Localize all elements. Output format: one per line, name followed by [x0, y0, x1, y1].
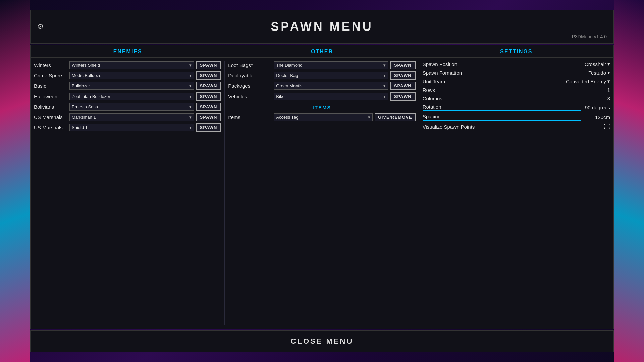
other-packages-label: Packages — [228, 83, 272, 89]
settings-header: SETTINGS — [419, 49, 613, 55]
table-row: US Marshals Marksman 1 ▾ SPAWN — [34, 113, 221, 121]
winters-variant-dropdown[interactable]: Winters Shield ▾ — [69, 61, 194, 69]
visualize-spawn-toggle[interactable]: ⛶ — [604, 123, 610, 130]
enemy-name-winters: Winters — [34, 62, 67, 68]
spawn-formation-arrow: ▾ — [607, 70, 610, 76]
deployable-dropdown[interactable]: Doctor Bag ▾ — [274, 72, 388, 79]
table-row: Halloween Zeal Titan Bulldozer ▾ SPAWN — [34, 92, 221, 101]
enemies-header: ENEMIES — [31, 49, 225, 55]
spawn-position-dropdown[interactable]: Crosshair ▾ — [585, 61, 610, 67]
spawn-formation-value: Testudo — [588, 70, 606, 76]
columns-value: 3 — [583, 96, 610, 101]
columns-label: Columns — [423, 96, 581, 101]
enemy-name-halloween: Halloween — [34, 94, 67, 99]
rotation-value: 90 degrees — [583, 105, 610, 110]
basic-variant-dropdown[interactable]: Bulldozer ▾ — [69, 82, 194, 90]
vehicles-spawn-button[interactable]: SPAWN — [390, 92, 416, 101]
packages-dropdown[interactable]: Green Mantis ▾ — [274, 82, 388, 90]
settings-rotation: Rotation 90 degrees — [423, 104, 610, 111]
table-row: US Marshals Shield 1 ▾ SPAWN — [34, 123, 221, 132]
basic-spawn-button[interactable]: SPAWN — [196, 82, 221, 90]
vehicles-dropdown[interactable]: Bike ▾ — [274, 93, 388, 100]
enemy-name-basic: Basic — [34, 83, 67, 89]
halloween-spawn-button[interactable]: SPAWN — [196, 92, 221, 101]
visualize-spawn-label: Visualize Spawn Points — [423, 124, 602, 130]
bolivians-spawn-button[interactable]: SPAWN — [196, 103, 221, 111]
bg-stripe-left — [0, 0, 30, 362]
deployable-spawn-button[interactable]: SPAWN — [390, 71, 416, 80]
page-title: SPAWN MENU — [271, 20, 373, 34]
items-section-header: ITEMS — [228, 105, 415, 110]
other-vehicles-label: Vehicles — [228, 94, 272, 99]
table-row: Packages Green Mantis ▾ SPAWN — [228, 82, 415, 90]
column-headers: ENEMIES OTHER SETTINGS — [31, 45, 613, 58]
settings-spacing: Spacing 120cm — [423, 114, 610, 121]
table-row: Vehicles Bike ▾ SPAWN — [228, 92, 415, 101]
enemy-name-us-marshals-1: US Marshals — [34, 114, 67, 120]
give-remove-button[interactable]: GIVE/REMOVE — [375, 113, 416, 121]
settings-visualize-spawn: Visualize Spawn Points ⛶ — [423, 123, 610, 130]
header: ⚙ SPAWN MENU P3DMenu v1.4.0 — [30, 10, 614, 44]
table-row: Deployable Doctor Bag ▾ SPAWN — [228, 71, 415, 80]
spawn-position-arrow: ▾ — [607, 61, 610, 67]
table-row: Items Access Tag ▾ GIVE/REMOVE — [228, 113, 415, 121]
us-marshals-2-spawn-button[interactable]: SPAWN — [196, 123, 221, 132]
settings-spawn-formation: Spawn Formation Testudo ▾ — [423, 70, 610, 76]
crime-spree-variant-dropdown[interactable]: Medic Bulldozer ▾ — [69, 72, 194, 79]
other-header: OTHER — [225, 49, 419, 55]
other-loot-bags-label: Loot Bags* — [228, 62, 272, 68]
bolivians-variant-dropdown[interactable]: Ernesto Sosa ▾ — [69, 103, 194, 111]
winters-spawn-button[interactable]: SPAWN — [196, 61, 221, 69]
rows-label: Rows — [423, 87, 581, 93]
settings-spawn-position: Spawn Position Crosshair ▾ — [423, 61, 610, 67]
spawn-formation-dropdown[interactable]: Testudo ▾ — [588, 70, 610, 76]
bg-stripe-right — [614, 0, 644, 362]
enemy-name-crime-spree: Crime Spree — [34, 73, 67, 78]
halloween-variant-dropdown[interactable]: Zeal Titan Bulldozer ▾ — [69, 93, 194, 100]
table-row: Bolivians Ernesto Sosa ▾ SPAWN — [34, 103, 221, 111]
us-marshals-1-variant-dropdown[interactable]: Marksman 1 ▾ — [69, 113, 194, 121]
items-label: Items — [228, 114, 272, 120]
loot-bags-dropdown[interactable]: The Diamond ▾ — [274, 61, 388, 69]
unit-team-arrow: ▾ — [607, 78, 610, 84]
loot-bags-spawn-button[interactable]: SPAWN — [390, 61, 416, 69]
other-column: Loot Bags* The Diamond ▾ SPAWN Deployabl… — [225, 61, 419, 325]
version-label: P3DMenu v1.4.0 — [572, 34, 607, 39]
gear-icon[interactable]: ⚙ — [37, 22, 44, 31]
rotation-label: Rotation — [423, 104, 581, 111]
settings-column: Spawn Position Crosshair ▾ Spawn Formati… — [419, 61, 613, 325]
close-menu-button[interactable]: CLOSE MENU — [291, 337, 354, 346]
spacing-value: 120cm — [583, 114, 610, 120]
other-deployable-label: Deployable — [228, 73, 272, 78]
unit-team-dropdown[interactable]: Converted Enemy ▾ — [566, 78, 610, 84]
close-bar: CLOSE MENU — [30, 330, 614, 352]
us-marshals-1-spawn-button[interactable]: SPAWN — [196, 113, 221, 121]
table-row: Loot Bags* The Diamond ▾ SPAWN — [228, 61, 415, 69]
enemy-name-us-marshals-2: US Marshals — [34, 125, 67, 130]
settings-rows: Rows 1 — [423, 87, 610, 93]
spawn-position-value: Crosshair — [585, 61, 606, 67]
table-row: Crime Spree Medic Bulldozer ▾ SPAWN — [34, 71, 221, 80]
spawn-formation-label: Spawn Formation — [423, 70, 587, 76]
table-row: Winters Winters Shield ▾ SPAWN — [34, 61, 221, 69]
table-row: Basic Bulldozer ▾ SPAWN — [34, 82, 221, 90]
unit-team-label: Unit Team — [423, 79, 564, 84]
crime-spree-spawn-button[interactable]: SPAWN — [196, 71, 221, 80]
spacing-label: Spacing — [423, 114, 581, 121]
items-dropdown[interactable]: Access Tag ▾ — [274, 113, 372, 121]
main-container: ⚙ SPAWN MENU P3DMenu v1.4.0 ENEMIES OTHE… — [30, 10, 614, 352]
packages-spawn-button[interactable]: SPAWN — [390, 82, 416, 90]
rows-value: 1 — [583, 87, 610, 93]
cols-content: Winters Winters Shield ▾ SPAWN Crime Spr… — [31, 58, 613, 329]
spawn-position-label: Spawn Position — [423, 61, 583, 67]
enemy-name-bolivians: Bolivians — [34, 104, 67, 110]
settings-unit-team: Unit Team Converted Enemy ▾ — [423, 78, 610, 84]
unit-team-value: Converted Enemy — [566, 79, 606, 84]
content-area: ENEMIES OTHER SETTINGS Winters Winters S… — [30, 45, 614, 329]
us-marshals-2-variant-dropdown[interactable]: Shield 1 ▾ — [69, 124, 194, 131]
settings-columns: Columns 3 — [423, 96, 610, 101]
enemies-column: Winters Winters Shield ▾ SPAWN Crime Spr… — [31, 61, 225, 325]
